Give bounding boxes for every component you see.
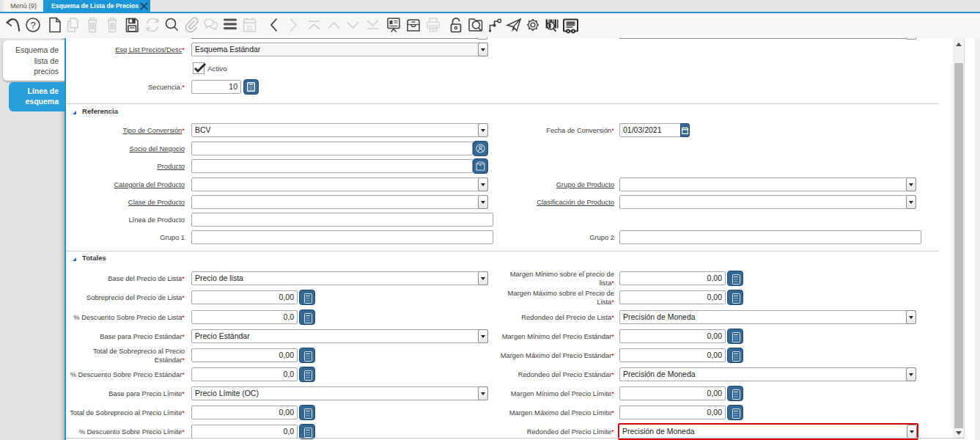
svg-text:31: 31: [246, 24, 254, 32]
svg-text:?: ?: [30, 20, 35, 31]
